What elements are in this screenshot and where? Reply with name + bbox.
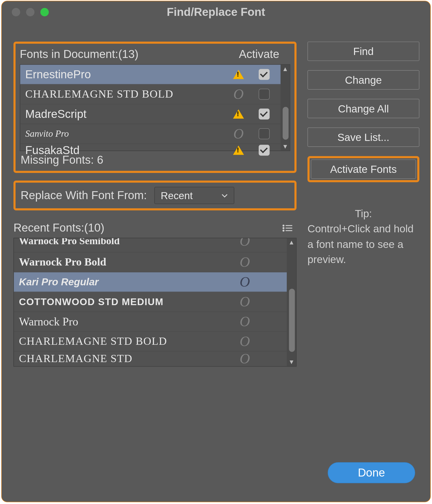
right-column: Find Change Change All Save List... Acti… <box>308 42 419 491</box>
font-row[interactable]: ErnestinePro <box>20 65 281 84</box>
status-cell: O <box>227 127 250 141</box>
activate-checkbox[interactable] <box>259 108 270 119</box>
status-cell <box>227 70 250 79</box>
font-row[interactable]: Warnock Pro O <box>14 312 287 332</box>
recent-fonts-list[interactable]: Warnock Pro Semibold O Warnock Pro Bold … <box>13 238 296 367</box>
opentype-icon: O <box>240 295 250 309</box>
scroll-up-icon[interactable]: ▲ <box>282 65 288 73</box>
window-title: Find/Replace Font <box>2 6 430 19</box>
chevron-down-icon <box>221 192 228 199</box>
warning-icon <box>233 70 244 79</box>
warning-icon <box>233 109 244 119</box>
font-row[interactable]: CHARLEMAGNE STD BOLD O <box>20 84 281 104</box>
activate-checkbox[interactable] <box>259 128 270 139</box>
content: Fonts in Document:(13) Activate Ernestin… <box>2 30 430 502</box>
activate-checkbox[interactable] <box>259 69 270 80</box>
font-row[interactable]: Kari Pro Regular O <box>14 272 287 292</box>
font-row[interactable]: Sanvito Pro O <box>20 124 281 144</box>
warning-icon <box>233 146 244 155</box>
font-name: CHARLEMAGNE STD BOLD <box>25 88 227 101</box>
font-row[interactable]: COTTONWOOD STD MEDIUM O <box>14 292 287 312</box>
replace-source-select[interactable]: Recent <box>154 187 234 204</box>
font-name: Warnock Pro Bold <box>19 256 233 268</box>
font-name: FusakaStd <box>25 144 227 157</box>
scroll-thumb[interactable] <box>283 107 288 140</box>
find-replace-font-window: Find/Replace Font Fonts in Document:(13)… <box>1 1 431 502</box>
activate-checkbox[interactable] <box>259 145 270 156</box>
font-row[interactable]: CHARLEMAGNE STD O <box>14 351 287 366</box>
svg-point-0 <box>283 225 284 226</box>
opentype-icon: O <box>240 255 250 269</box>
minimize-icon[interactable] <box>26 8 34 16</box>
change-button[interactable]: Change <box>308 70 419 90</box>
font-row[interactable]: FusakaStd <box>20 144 281 157</box>
titlebar: Find/Replace Font <box>2 1 430 23</box>
activate-fonts-button[interactable]: Activate Fonts <box>311 159 416 179</box>
left-column: Fonts in Document:(13) Activate Ernestin… <box>13 42 296 491</box>
select-value: Recent <box>161 189 193 201</box>
font-row[interactable]: Warnock Pro Semibold O <box>14 238 287 253</box>
fonts-in-document-panel: Fonts in Document:(13) Activate Ernestin… <box>13 42 296 173</box>
font-name: CHARLEMAGNE STD BOLD <box>19 335 233 348</box>
fonts-in-document-list[interactable]: ErnestinePro CHARLEMAGNE STD BOLD O Madr… <box>20 64 290 151</box>
scrollbar[interactable]: ▲ ▼ <box>287 238 296 366</box>
scroll-thumb[interactable] <box>289 289 295 352</box>
status-cell: O <box>227 87 250 102</box>
font-row[interactable]: MadreScript <box>20 104 281 124</box>
status-cell <box>227 109 250 119</box>
opentype-icon: O <box>233 87 244 102</box>
list-view-icon[interactable] <box>282 224 292 232</box>
font-name: Warnock Pro <box>19 315 233 328</box>
font-name: Kari Pro Regular <box>19 276 233 288</box>
recent-fonts-header: Recent Fonts:(10) <box>13 221 296 235</box>
font-name: COTTONWOOD STD MEDIUM <box>19 296 233 308</box>
activate-fonts-highlight: Activate Fonts <box>308 156 419 182</box>
activate-column-label: Activate <box>239 48 279 61</box>
replace-with-label: Replace With Font From: <box>21 189 147 202</box>
opentype-icon: O <box>240 238 250 248</box>
font-name: CHARLEMAGNE STD <box>19 352 233 365</box>
font-name: Warnock Pro Semibold <box>19 238 233 247</box>
scroll-up-icon[interactable]: ▲ <box>288 238 294 247</box>
activate-checkbox[interactable] <box>259 89 270 100</box>
find-button[interactable]: Find <box>308 42 419 61</box>
svg-point-4 <box>283 230 284 231</box>
recent-fonts-label: Recent Fonts:(10) <box>13 221 104 235</box>
opentype-icon: O <box>240 315 250 329</box>
scrollbar[interactable]: ▲ ▼ <box>281 65 290 151</box>
font-name: ErnestinePro <box>25 68 227 81</box>
save-list-button[interactable]: Save List... <box>308 128 419 147</box>
tip-text: Tip: Control+Click and hold a font name … <box>308 206 419 267</box>
replace-with-panel: Replace With Font From: Recent <box>13 181 296 211</box>
zoom-icon[interactable] <box>40 8 49 16</box>
scroll-down-icon[interactable]: ▼ <box>282 142 288 151</box>
opentype-icon: O <box>240 351 250 366</box>
font-row[interactable]: CHARLEMAGNE STD BOLD O <box>14 332 287 351</box>
done-button[interactable]: Done <box>328 462 415 483</box>
close-icon[interactable] <box>12 8 20 16</box>
font-name: Sanvito Pro <box>25 128 227 139</box>
status-cell: O <box>233 238 257 252</box>
window-controls <box>12 8 49 16</box>
font-name: MadreScript <box>25 107 227 121</box>
scroll-down-icon[interactable]: ▼ <box>288 358 294 366</box>
svg-point-2 <box>283 227 284 228</box>
status-cell <box>227 146 250 155</box>
change-all-button[interactable]: Change All <box>308 99 419 118</box>
opentype-icon: O <box>233 127 244 141</box>
fonts-in-document-header: Fonts in Document:(13) Activate <box>20 48 290 61</box>
opentype-icon: O <box>240 334 250 348</box>
fonts-in-document-label: Fonts in Document:(13) <box>20 48 139 61</box>
font-row[interactable]: Warnock Pro Bold O <box>14 253 287 272</box>
opentype-icon: O <box>240 275 250 289</box>
